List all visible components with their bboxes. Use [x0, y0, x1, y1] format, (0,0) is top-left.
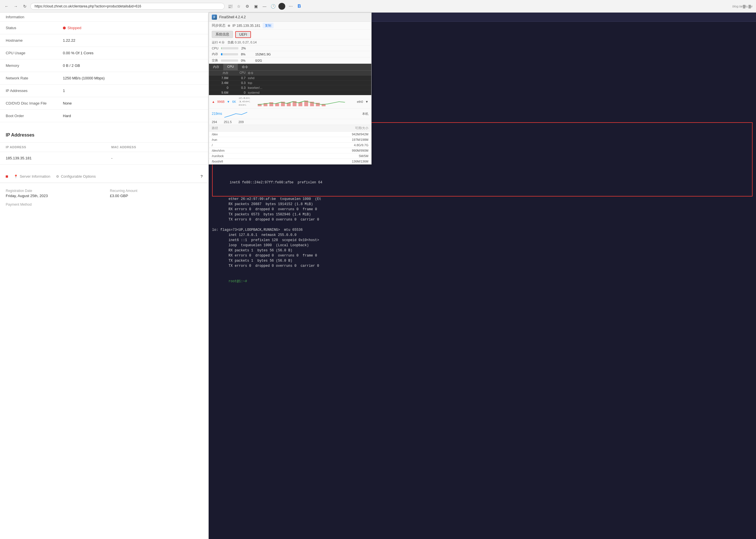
disk-col-size: 可用/大小 — [290, 126, 369, 130]
hostname-label: Hostname — [0, 34, 57, 47]
hostname-value: 1.22.22 — [57, 34, 209, 47]
proc-cmd-3: systemd — [245, 91, 369, 94]
hostname-row: Hostname 1.22.22 — [0, 34, 209, 47]
latency-chart — [224, 110, 247, 118]
fs-runtime-row: 运行 4 分 负载 0.10, 0.27, 0.14 — [209, 39, 371, 46]
ip-section-title: IP Addresses — [0, 128, 209, 142]
fs-load: 负载 0.10, 0.27, 0.14 — [227, 40, 257, 44]
term-final-prompt: root@1:~# — [212, 273, 753, 289]
term-line-lo-rx1: RX packets 1 bytes 56 (56.0 B) — [212, 248, 753, 253]
term-line-rx1: RX packets 20887 bytes 1914152 (1.8 MiB) — [212, 202, 753, 207]
bing-icon[interactable]: B — [296, 3, 302, 9]
memory-label: Memory — [0, 59, 57, 72]
term-line-lo-tx1: TX packets 1 bytes 56 (56.0 B) — [212, 258, 753, 263]
favorites-icon[interactable]: ☆ — [235, 3, 242, 9]
ip-addresses-value: 1 — [57, 85, 209, 97]
fs-network-row: ▲ 996B ▼ 6K 24K 16K 8K — [209, 95, 371, 109]
svg-text:16K: 16K — [238, 101, 251, 103]
disk-path-3: /dev/shm — [212, 149, 290, 152]
term-line-tx-err: TX errors 0 dropped 0 overruns 0 carrier… — [212, 217, 753, 222]
net-upload-arrow: ▲ — [212, 100, 215, 104]
back-icon[interactable]: ← — [3, 3, 10, 9]
proc-tab-mem[interactable]: 内存 — [209, 64, 223, 70]
fs-latency-row: 219ms 本机 — [209, 109, 371, 119]
mac-address-cell: - — [106, 152, 209, 165]
disk-size-2: 4.8G/9.7G — [290, 143, 369, 147]
finalshell-overlay: F FinalShell 4.2.4.2 同步状态 IP 185.139.35.… — [209, 13, 372, 165]
mem-stat-value: 8% — [241, 52, 252, 56]
net-upload-value: 996B — [217, 100, 225, 104]
cpu-row: CPU Usage 0.00 % Of 1 Cores — [0, 47, 209, 59]
read-mode-icon[interactable]: 📰 — [227, 3, 233, 9]
term-line-loop: loop txqueuelen 1000 (Local Loopback) — [212, 243, 753, 248]
disk-col-path: 路径 — [212, 126, 290, 130]
latency-host: 本机 — [362, 112, 369, 116]
more-options-icon[interactable]: ⋯ — [288, 3, 294, 9]
fs-swap-row: 交换 0% 0/2G — [209, 57, 371, 64]
tab-bar: 📍 Server Information ⚙ Configurable Opti… — [0, 170, 209, 183]
fs-uefi-button[interactable]: UEFI — [235, 31, 251, 38]
reg-date-group: Registration Date Friday, August 25th, 2… — [6, 189, 99, 198]
user-avatar[interactable] — [278, 3, 285, 10]
fs-disk-header: 路径 可用/大小 — [209, 125, 371, 132]
boot-value: Hard — [57, 110, 209, 122]
fs-title: FinalShell 4.2.4.2 — [219, 15, 246, 19]
latency-val-1: 294 — [212, 120, 217, 124]
tab-config-options[interactable]: ⚙ Configurable Options — [56, 170, 96, 183]
disk-size-0: 942M/942M — [290, 132, 369, 136]
cd-value: None — [57, 97, 209, 110]
address-bar[interactable]: https://cloud.zhnet.co.uk/clientarea.php… — [30, 3, 225, 10]
collections-icon[interactable]: ⸻ — [261, 3, 268, 9]
cd-row: CD/DVD Disc Image File None — [0, 97, 209, 110]
swap-stat-detail: 0/2G — [255, 59, 267, 62]
term-line-lo-flags: lo: flags=73<UP,LOOPBACK,RUNNING> mtu 65… — [212, 227, 753, 233]
sidebar-icon[interactable]: ▣ — [253, 3, 259, 9]
fs-process-header: 内存 CPU 命令 — [209, 71, 371, 76]
fs-titlebar: F FinalShell 4.2.4.2 — [209, 13, 371, 22]
term-line-empty2 — [212, 269, 753, 273]
boot-label: Boot Order — [0, 110, 57, 122]
term-line-lo-tx-err: TX errors 0 dropped 0 overruns 0 carrier… — [212, 263, 753, 269]
disk-size-3: 990M/990M — [290, 149, 369, 152]
ip-address-cell: 185.139.35.181 — [0, 152, 106, 165]
svg-rect-6 — [275, 104, 279, 106]
term-line-tx1: TX packets 6573 bytes 1502946 (1.4 MiB) — [212, 212, 753, 217]
help-icon[interactable]: ? — [201, 174, 203, 179]
forward-icon[interactable]: → — [13, 3, 19, 9]
fs-process-list: 内存 CPU 命令 7.8M 0.7 sshd 3.4M 0.3 top 0 0… — [209, 71, 371, 95]
term-line-eth0-ether: ether 26:e2:97:99:af:be txqueuelen 1000 … — [212, 196, 753, 202]
status-cell: Stopped — [57, 22, 209, 34]
disk-row-3: /dev/shm 990M/990M — [209, 148, 371, 153]
mem-bar-bg — [221, 53, 238, 55]
term-line-lo-inet: inet 127.0.0.1 netmask 255.0.0.0 — [212, 233, 753, 238]
ip-row-1: 185.139.35.181 - — [0, 152, 209, 165]
page-container: Information Status Stopped Hostname 1.22… — [0, 13, 756, 539]
fs-cpu-row: CPU 2% — [209, 46, 371, 51]
ip-section: IP Addresses IP ADDRESS MAC ADDRESS 185.… — [0, 128, 209, 165]
status-row: Status Stopped — [0, 22, 209, 34]
extensions-icon[interactable]: ⚙ — [244, 3, 250, 9]
fs-sysinfo-button[interactable]: 系统信息 — [212, 31, 233, 38]
net-dropdown-icon[interactable]: ▼ — [365, 100, 369, 104]
history-icon[interactable]: 🕐 — [270, 3, 276, 9]
network-row: Network Rate 1250 MB/s (10000 Mbps) — [0, 72, 209, 85]
cpu-bar-bg — [221, 47, 238, 49]
proc-col-mem: 内存 — [211, 71, 228, 75]
browser-nav-icons[interactable]: ← → ↻ — [3, 3, 28, 9]
proc-mem-0: 7.8M — [211, 76, 228, 80]
refresh-icon[interactable]: ↻ — [22, 3, 28, 9]
term-line-lo-rx-err: RX errors 0 dropped 0 overruns 0 frame 0 — [212, 253, 753, 258]
proc-tab-cpu[interactable]: CPU — [223, 64, 238, 70]
status-label: Status — [0, 22, 57, 34]
fs-copy-button[interactable]: 复制 — [263, 23, 274, 28]
proc-tab-cmd[interactable]: 命令 — [238, 64, 252, 70]
fs-mem-row: 内存 8% 152M/1.9G — [209, 51, 371, 57]
disk-row-5: /boot/efi 136M/136M — [209, 159, 371, 164]
tab-server-info[interactable]: 📍 Server Information — [14, 170, 50, 183]
memory-row: Memory 0 B / 2 GB — [0, 59, 209, 72]
latency-val-2: 251.5 — [224, 120, 232, 124]
tab-server-label: Server Information — [20, 174, 50, 179]
net-download-value: 6K — [232, 100, 236, 104]
disk-size-4: 5M/5M — [290, 154, 369, 158]
swap-stat-value: 0% — [241, 59, 252, 62]
